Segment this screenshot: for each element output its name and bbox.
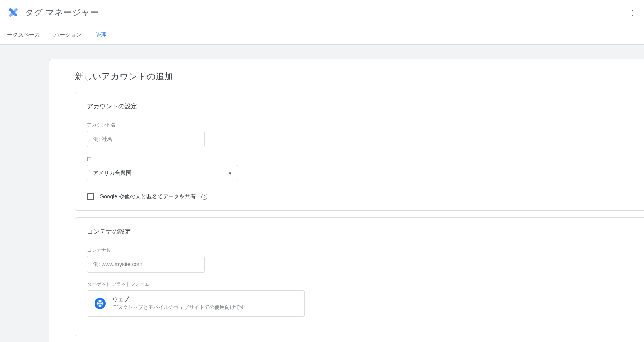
account-settings-section: アカウントの設定 アカウント名 国 アメリカ合衆国 ▼ Google や他の人と… (75, 92, 644, 211)
container-name-field-group: コンテナ名 (87, 247, 632, 273)
platform-desc: デスクトップとモバイルのウェブサイトでの使用向けです (113, 304, 245, 311)
main-card: 新しいアカウントの追加 アカウントの設定 アカウント名 国 アメリカ合衆国 ▼ … (49, 59, 644, 342)
account-section-title: アカウントの設定 (87, 102, 632, 111)
tab-version[interactable]: バージョン (47, 25, 89, 45)
account-name-input[interactable] (87, 131, 205, 147)
tab-admin[interactable]: 管理 (89, 25, 114, 45)
platform-field-group: ターゲット プラットフォーム ウェブ デスクトップとモバイルのウェブサイトでの使… (87, 281, 632, 317)
platform-title: ウェブ (113, 296, 245, 303)
page-title: 新しいアカウントの追加 (49, 71, 644, 92)
account-name-label: アカウント名 (87, 122, 632, 128)
container-name-input[interactable] (87, 256, 205, 273)
web-icon (95, 298, 106, 309)
header-menu-icon[interactable]: ⋮ (629, 8, 636, 17)
share-data-label: Google や他の人と匿名でデータを共有 (100, 193, 196, 200)
help-icon[interactable]: ? (201, 194, 207, 200)
tab-bar: ークスペース バージョン 管理 (0, 25, 644, 45)
country-field-group: 国 アメリカ合衆国 ▼ (87, 156, 632, 181)
container-name-label: コンテナ名 (87, 247, 632, 254)
platform-option-web[interactable]: ウェブ デスクトップとモバイルのウェブサイトでの使用向けです (87, 290, 305, 317)
share-data-checkbox[interactable] (87, 193, 94, 200)
content-area: 新しいアカウントの追加 アカウントの設定 アカウント名 国 アメリカ合衆国 ▼ … (0, 45, 644, 342)
country-select[interactable]: アメリカ合衆国 ▼ (87, 165, 238, 181)
container-settings-section: コンテナの設定 コンテナ名 ターゲット プラットフォーム (75, 217, 644, 336)
tag-manager-logo-icon (8, 7, 19, 18)
country-selected-value: アメリカ合衆国 (93, 170, 131, 177)
chevron-down-icon: ▼ (228, 171, 232, 176)
platform-text: ウェブ デスクトップとモバイルのウェブサイトでの使用向けです (113, 296, 245, 311)
container-section-title: コンテナの設定 (87, 228, 632, 236)
app-title: タグ マネージャー (25, 7, 99, 18)
account-name-field-group: アカウント名 (87, 122, 632, 147)
share-data-checkbox-row: Google や他の人と匿名でデータを共有 ? (87, 193, 632, 200)
app-header: タグ マネージャー ⋮ (0, 0, 644, 25)
country-label: 国 (87, 156, 632, 163)
platform-label: ターゲット プラットフォーム (87, 281, 632, 288)
tab-workspace[interactable]: ークスペース (0, 25, 47, 45)
svg-point-2 (14, 13, 17, 16)
